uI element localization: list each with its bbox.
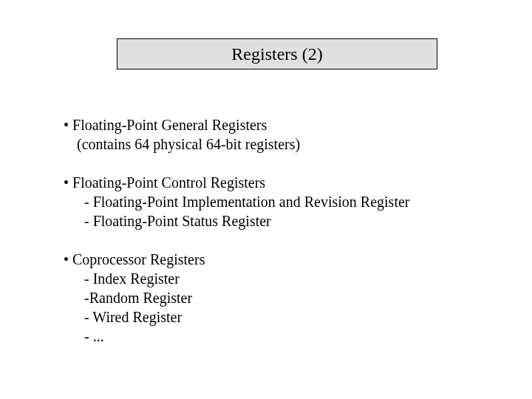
sub-text: -Random Register	[64, 288, 488, 307]
bullet-text: • Floating-Point Control Registers	[64, 173, 488, 192]
list-item: • Floating-Point General Registers (cont…	[64, 115, 488, 154]
bullet-text: • Floating-Point General Registers	[64, 115, 488, 134]
sub-text: - Index Register	[64, 269, 488, 288]
list-item: • Floating-Point Control Registers - Flo…	[64, 173, 488, 231]
slide-content: • Floating-Point General Registers (cont…	[64, 115, 488, 365]
sub-text: - Floating-Point Status Register	[64, 211, 488, 231]
sub-text: - Floating-Point Implementation and Revi…	[64, 192, 488, 211]
sub-text: (contains 64 physical 64-bit registers)	[64, 134, 488, 154]
sub-text: - ...	[64, 327, 488, 346]
slide: Registers (2) • Floating-Point General R…	[0, 0, 532, 399]
list-item: • Coprocessor Registers - Index Register…	[64, 250, 488, 346]
bullet-text: • Coprocessor Registers	[64, 250, 488, 269]
slide-title: Registers (2)	[231, 44, 322, 64]
slide-title-box: Registers (2)	[117, 38, 437, 69]
sub-text: - Wired Register	[64, 307, 488, 327]
